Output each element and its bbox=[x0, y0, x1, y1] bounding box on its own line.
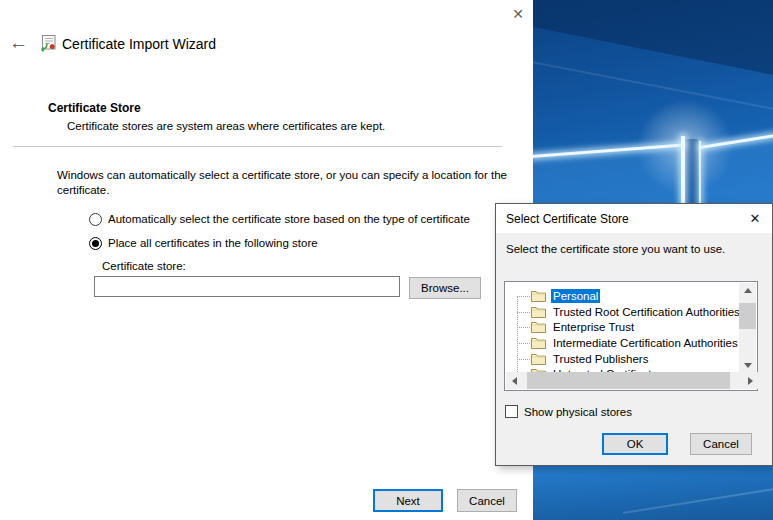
scroll-right-arrow-icon[interactable] bbox=[742, 372, 758, 389]
list-horizontal-scrollbar[interactable] bbox=[506, 372, 758, 389]
radio-label: Place all certificates in the following … bbox=[108, 237, 318, 249]
store-item-trusted-publishers[interactable]: Trusted Publishers bbox=[506, 351, 740, 367]
screen: ✕ ← Certificate Import Wizard Certificat… bbox=[0, 0, 773, 520]
tree-connector bbox=[517, 296, 530, 297]
tree-connector bbox=[517, 343, 530, 344]
scroll-up-arrow-icon[interactable] bbox=[739, 283, 756, 298]
certificate-import-icon bbox=[39, 35, 56, 54]
intro-text: Windows can automatically select a certi… bbox=[57, 168, 519, 198]
scroll-left-arrow-icon[interactable] bbox=[506, 372, 522, 389]
list-vertical-scrollbar[interactable] bbox=[739, 283, 756, 373]
checkbox-label: Show physical stores bbox=[524, 406, 632, 418]
folder-icon bbox=[531, 290, 546, 302]
radio-automatic-store[interactable]: Automatically select the certificate sto… bbox=[89, 212, 470, 226]
ok-button[interactable]: OK bbox=[602, 433, 668, 455]
page-subheading: Certificate stores are system areas wher… bbox=[67, 120, 385, 132]
certificate-store-list: Personal Trusted Root Certification Auth… bbox=[504, 281, 758, 391]
browse-button[interactable]: Browse... bbox=[409, 277, 481, 299]
store-item-personal[interactable]: Personal bbox=[506, 288, 740, 304]
tree-connector bbox=[517, 312, 530, 313]
store-item-trusted-root[interactable]: Trusted Root Certification Authorities bbox=[506, 304, 740, 320]
folder-icon bbox=[531, 306, 546, 318]
tree-connector bbox=[517, 359, 530, 360]
close-icon[interactable]: ✕ bbox=[506, 4, 530, 24]
show-physical-stores-option[interactable]: Show physical stores bbox=[505, 405, 632, 418]
certificate-store-input[interactable] bbox=[94, 276, 400, 297]
page-heading: Certificate Store bbox=[48, 101, 141, 115]
dialog-title: Select Certificate Store bbox=[506, 212, 629, 226]
dialog-instruction: Select the certificate store you want to… bbox=[506, 243, 725, 255]
folder-icon bbox=[531, 337, 546, 349]
separator-line bbox=[13, 146, 502, 147]
checkbox-icon[interactable] bbox=[505, 405, 518, 418]
store-item-label: Enterprise Trust bbox=[551, 320, 636, 334]
radio-label: Automatically select the certificate sto… bbox=[108, 213, 470, 225]
radio-place-all-certificates[interactable]: Place all certificates in the following … bbox=[89, 236, 318, 250]
store-item-label: Personal bbox=[551, 289, 600, 303]
store-item-label: Trusted Root Certification Authorities bbox=[551, 305, 740, 319]
radio-button-icon[interactable] bbox=[89, 237, 102, 250]
horizontal-scroll-thumb[interactable] bbox=[527, 372, 730, 389]
tree-connector bbox=[517, 327, 530, 328]
wizard-title: Certificate Import Wizard bbox=[62, 36, 216, 52]
close-icon[interactable]: ✕ bbox=[743, 208, 767, 229]
back-arrow-icon[interactable]: ← bbox=[9, 32, 28, 54]
scroll-down-arrow-icon[interactable] bbox=[739, 358, 756, 373]
folder-icon bbox=[531, 321, 546, 333]
radio-button-icon[interactable] bbox=[89, 213, 102, 226]
store-item-label: Trusted Publishers bbox=[551, 352, 650, 366]
dialog-titlebar[interactable]: Select Certificate Store ✕ bbox=[496, 204, 772, 233]
folder-icon bbox=[531, 353, 546, 365]
store-item-intermediate[interactable]: Intermediate Certification Authorities bbox=[506, 335, 740, 351]
store-item-label: Intermediate Certification Authorities bbox=[551, 336, 740, 350]
next-button[interactable]: Next bbox=[373, 489, 443, 512]
certificate-import-wizard-window: ✕ ← Certificate Import Wizard Certificat… bbox=[0, 0, 533, 520]
select-certificate-store-dialog: Select Certificate Store ✕ Select the ce… bbox=[495, 203, 773, 466]
store-item-enterprise-trust[interactable]: Enterprise Trust bbox=[506, 319, 740, 335]
tree-viewport: Personal Trusted Root Certification Auth… bbox=[506, 283, 740, 373]
vertical-scroll-thumb[interactable] bbox=[739, 303, 756, 329]
dialog-cancel-button[interactable]: Cancel bbox=[690, 433, 752, 455]
wizard-cancel-button[interactable]: Cancel bbox=[457, 489, 517, 512]
certificate-store-field-label: Certificate store: bbox=[102, 260, 186, 272]
